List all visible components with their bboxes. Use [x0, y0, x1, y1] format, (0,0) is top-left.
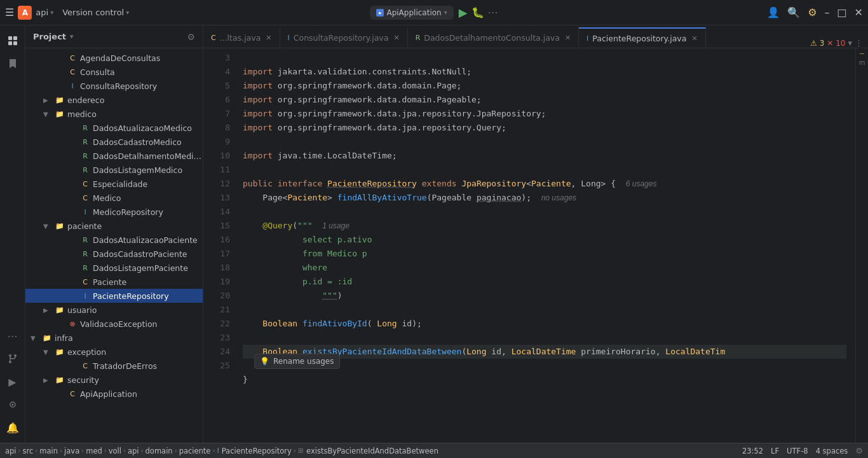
more-options-button[interactable]: ⋯ [488, 6, 498, 18]
rename-popup-text: Rename usages [273, 357, 334, 366]
tree-item-label: Medico [93, 193, 203, 203]
project-panel-dropdown-icon[interactable]: ▾ [70, 32, 74, 41]
add-profile-button[interactable]: 👤 [767, 6, 780, 18]
title-bar-center: ▸ ApiApplication ▾ ▶ 🐛 ⋯ [222, 6, 647, 20]
breadcrumb-item-paciente[interactable]: paciente [179, 447, 211, 455]
tree-item-label: paciente [67, 221, 203, 231]
breadcrumb-item-voll[interactable]: voll [109, 447, 121, 455]
status-bar-left: api › src › main › java › med › voll › a… [5, 447, 735, 455]
tree-item-PacienteRepository[interactable]: I PacienteRepository [25, 289, 203, 303]
tree-item-usuario[interactable]: ▶ 📁 usuario [25, 303, 203, 317]
breadcrumb-item-med[interactable]: med [86, 447, 102, 455]
tree-item-ConsultaRepository[interactable]: I ConsultaRepository [25, 79, 203, 93]
tree-item-Especialidade[interactable]: C Especialidade [25, 177, 203, 191]
panel-settings-icon[interactable]: ⚙ [187, 32, 195, 42]
class-icon: C [67, 53, 78, 63]
file-tree: C AgendaDeConsultas C Consulta I Consult… [25, 48, 203, 443]
tree-item-exception[interactable]: ▼ 📁 exception [25, 345, 203, 359]
encoding[interactable]: UTF-8 [787, 447, 808, 455]
breadcrumb-item-api2[interactable]: api [128, 447, 139, 455]
tab-interface-icon: I [288, 34, 290, 42]
tab-ConsultaRepository[interactable]: I ConsultaRepository.java ✕ [280, 27, 408, 48]
tree-item-security[interactable]: ▶ 📁 security [25, 373, 203, 387]
settings-button[interactable]: ⚙ [808, 6, 817, 18]
svg-point-5 [9, 361, 11, 363]
breadcrumb-item-main[interactable]: main [39, 447, 58, 455]
lightbulb-icon: 💡 [260, 357, 269, 366]
tree-item-DadosAtualizacaoPaciente[interactable]: R DadosAtualizacaoPaciente [25, 233, 203, 247]
tree-item-ValidacaoException[interactable]: ⊗ ValidacaoException [25, 317, 203, 331]
indentation[interactable]: 4 spaces [816, 447, 848, 455]
tree-item-Consulta[interactable]: C Consulta [25, 65, 203, 79]
tree-item-DadosAtualizacaoMedico[interactable]: R DadosAtualizacaoMedico [25, 121, 203, 135]
tab-close-icon[interactable]: ✕ [266, 34, 271, 42]
tree-item-Paciente[interactable]: C Paciente [25, 275, 203, 289]
tree-item-AgendaDeConsultas[interactable]: C AgendaDeConsultas [25, 51, 203, 65]
tree-item-DadosDetalhamentoMedico[interactable]: R DadosDetalhamentoMedico [25, 149, 203, 163]
method-breadcrumb-icon: ⊞ [298, 447, 304, 455]
svg-point-8 [11, 404, 13, 406]
tree-item-paciente[interactable]: ▼ 📁 paciente [25, 219, 203, 233]
tree-item-label: infra [55, 333, 203, 343]
tree-item-TratadorDeErros[interactable]: C TratadorDeErros [25, 359, 203, 373]
sidebar-run-icon[interactable]: ▶ [3, 371, 23, 392]
tab-actions: ⚠ 3 ✕ 10 ▾ ⋮ [810, 38, 868, 48]
version-control-button[interactable]: Version control ▾ [62, 8, 129, 17]
sidebar-debug-icon[interactable] [3, 394, 23, 415]
sidebar-git-icon[interactable] [3, 349, 23, 369]
main-layout: ⋯ ▶ 🔔 Project ▾ ⚙ C AgendaDeConsultas [0, 25, 868, 443]
rename-popup[interactable]: 💡 Rename usages [254, 354, 340, 369]
sidebar-notifications-icon[interactable]: 🔔 [3, 417, 23, 438]
folder-icon: 📁 [55, 305, 65, 315]
maximize-button[interactable]: □ [837, 6, 846, 18]
tree-item-medico[interactable]: ▼ 📁 medico [25, 107, 203, 121]
folder-chevron-icon: ▼ [43, 349, 52, 356]
exception-icon: ⊗ [67, 319, 78, 329]
project-name[interactable]: api ▾ [36, 8, 53, 17]
run-target-selector[interactable]: ▸ ApiApplication ▾ [370, 6, 453, 20]
sidebar-bookmarks-icon[interactable] [3, 53, 23, 74]
code-area[interactable]: import jakarta.validation.constraints.No… [235, 48, 846, 443]
tree-item-DadosCadastroPaciente[interactable]: R DadosCadastroPaciente [25, 247, 203, 261]
breadcrumb-item-symbol[interactable]: ⊞ existsByPacienteIdAndDataBetween [298, 447, 438, 455]
cursor-position[interactable]: 23:52 [742, 447, 763, 455]
tree-item-ApiApplication[interactable]: C ApiApplication [25, 387, 203, 401]
tree-item-Medico[interactable]: C Medico [25, 191, 203, 205]
debug-button[interactable]: 🐛 [471, 6, 484, 18]
tree-item-MedicoRepository[interactable]: I MedicoRepository [25, 205, 203, 219]
tab-close-icon[interactable]: ✕ [393, 34, 399, 42]
record-icon: R [80, 151, 90, 161]
tree-item-label: ValidacaoException [80, 319, 203, 329]
hamburger-menu[interactable]: ☰ [5, 6, 14, 18]
run-button[interactable]: ▶ [459, 6, 468, 19]
tab-DadosDetalhamentoConsulta[interactable]: R DadosDetalhamentoConsulta.java ✕ [408, 27, 579, 48]
close-button[interactable]: ✕ [855, 6, 863, 18]
line-ending[interactable]: LF [771, 447, 779, 455]
svg-point-4 [9, 354, 11, 357]
tab-close-icon[interactable]: ✕ [691, 34, 697, 43]
folder-chevron-icon: ▶ [43, 307, 52, 314]
far-right-panel: — m [855, 48, 868, 443]
minimize-button[interactable]: – [824, 6, 829, 18]
tab-more-button[interactable]: ⋮ [855, 38, 863, 48]
tree-item-endereco[interactable]: ▶ 📁 endereco [25, 93, 203, 107]
breadcrumb-item-file[interactable]: I PacienteRepository [217, 447, 291, 455]
tab-close-icon[interactable]: ✕ [565, 34, 571, 42]
tree-item-DadosListagemPaciente[interactable]: R DadosListagemPaciente [25, 261, 203, 275]
breadcrumb-item-src[interactable]: src [23, 447, 34, 455]
breadcrumb-item-java[interactable]: java [64, 447, 79, 455]
tree-item-DadosListagemMedico[interactable]: R DadosListagemMedico [25, 163, 203, 177]
tree-item-DadosCadastroMedico[interactable]: R DadosCadastroMedico [25, 135, 203, 149]
tab-list-button[interactable]: ▾ [848, 38, 852, 48]
tab-label: ConsultaRepository.java [294, 33, 389, 43]
tab-PacienteRepository[interactable]: I PacienteRepository.java ✕ [579, 27, 706, 48]
sidebar-more-icon[interactable]: ⋯ [3, 326, 23, 346]
breadcrumb-item-domain[interactable]: domain [146, 447, 173, 455]
minimap-icon[interactable]: m [859, 59, 865, 66]
sidebar-project-icon[interactable] [3, 31, 23, 51]
tab-consultas[interactable]: C ...ltas.java ✕ [203, 27, 280, 48]
tree-item-infra[interactable]: ▼ 📁 infra [25, 331, 203, 345]
folder-chevron-icon: ▼ [31, 335, 39, 342]
search-everywhere-button[interactable]: 🔍 [787, 6, 800, 18]
breadcrumb-item-api[interactable]: api [5, 447, 17, 455]
